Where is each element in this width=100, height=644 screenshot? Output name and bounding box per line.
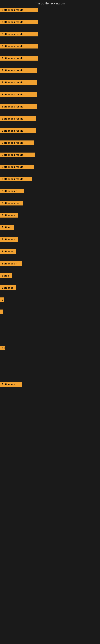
bottleneck-row-18: Bottleneck <box>0 212 100 224</box>
bottleneck-row-5: Bottleneck result <box>0 55 100 67</box>
bottleneck-badge-5[interactable]: Bottleneck result <box>0 56 38 60</box>
bottleneck-row-2: Bottleneck result <box>0 19 100 31</box>
bottleneck-row-34 <box>0 405 100 418</box>
bottleneck-row-4: Bottleneck result <box>0 43 100 55</box>
bottleneck-badge-9[interactable]: Bottleneck result <box>0 104 37 109</box>
bottleneck-badge-8[interactable]: Bottleneck result <box>0 92 37 97</box>
bottleneck-row-9: Bottleneck result <box>0 104 100 116</box>
bottleneck-row-17: Bottleneck res <box>0 200 100 212</box>
bottleneck-badge-2[interactable]: Bottleneck result <box>0 20 38 24</box>
bottleneck-row-24: Bottlenec <box>0 284 100 297</box>
bottleneck-row-20: Bottleneck <box>0 236 100 248</box>
bottleneck-row-14: Bottleneck result <box>0 164 100 176</box>
bottleneck-badge-17[interactable]: Bottleneck res <box>0 201 23 206</box>
bottleneck-badge-12[interactable]: Bottleneck result <box>0 140 34 145</box>
bottleneck-row-16: Bottleneck r <box>0 188 100 200</box>
bottleneck-row-22: Bottleneck r <box>0 260 100 272</box>
bottleneck-badge-18[interactable]: Bottleneck <box>0 213 18 218</box>
bottleneck-row-10: Bottleneck result <box>0 116 100 128</box>
bottleneck-badge-10[interactable]: Bottleneck result <box>0 116 36 121</box>
bottleneck-row-26: | <box>0 309 100 321</box>
bottleneck-row-3: Bottleneck result <box>0 31 100 43</box>
bottleneck-row-15: Bottleneck result <box>0 176 100 188</box>
bottleneck-row-8: Bottleneck result <box>0 91 100 104</box>
bottleneck-badge-23[interactable]: Bottle <box>0 273 12 278</box>
bottleneck-badge-16[interactable]: Bottleneck r <box>0 189 24 194</box>
rows-container: Bottleneck resultBottleneck resultBottle… <box>0 7 100 418</box>
bottleneck-row-19: Bottlen <box>0 224 100 236</box>
bottleneck-badge-29[interactable]: Bo <box>0 346 5 350</box>
bottleneck-row-33 <box>0 393 100 405</box>
bottleneck-row-13: Bottleneck result <box>0 152 100 164</box>
site-title: TheBottlenecker.com <box>35 0 65 7</box>
bottleneck-badge-1[interactable]: Bottleneck result <box>0 8 38 12</box>
bottleneck-badge-21[interactable]: Bottlenec <box>0 249 16 254</box>
bottleneck-badge-14[interactable]: Bottleneck result <box>0 164 34 169</box>
bottleneck-row-1: Bottleneck result <box>0 7 100 19</box>
bottleneck-badge-13[interactable]: Bottleneck result <box>0 152 35 157</box>
bottleneck-badge-32[interactable]: Bottleneck r <box>0 382 22 386</box>
bottleneck-row-11: Bottleneck result <box>0 128 100 140</box>
bottleneck-badge-6[interactable]: Bottleneck result <box>0 68 37 73</box>
bottleneck-row-6: Bottleneck result <box>0 67 100 79</box>
bottleneck-row-7: Bottleneck result <box>0 79 100 91</box>
bottleneck-row-23: Bottle <box>0 272 100 284</box>
bottleneck-row-30 <box>0 357 100 369</box>
bottleneck-row-31 <box>0 369 100 381</box>
bottleneck-badge-26[interactable]: | <box>0 310 3 314</box>
bottleneck-badge-24[interactable]: Bottlenec <box>0 285 16 290</box>
bottleneck-badge-4[interactable]: Bottleneck result <box>0 44 38 48</box>
bottleneck-badge-11[interactable]: Bottleneck result <box>0 128 36 133</box>
bottleneck-badge-7[interactable]: Bottleneck result <box>0 80 37 85</box>
bottleneck-badge-22[interactable]: Bottleneck r <box>0 261 22 266</box>
bottleneck-row-28 <box>0 333 100 345</box>
bottleneck-badge-25[interactable]: B <box>0 298 3 302</box>
bottleneck-row-32: Bottleneck r <box>0 381 100 393</box>
bottleneck-row-27 <box>0 321 100 333</box>
bottleneck-row-12: Bottleneck result <box>0 140 100 152</box>
bottleneck-badge-15[interactable]: Bottleneck result <box>0 177 32 181</box>
bottleneck-badge-20[interactable]: Bottleneck <box>0 237 18 242</box>
bottleneck-row-25: B <box>0 297 100 309</box>
bottleneck-row-21: Bottlenec <box>0 248 100 260</box>
bottleneck-row-29: Bo <box>0 345 100 357</box>
bottleneck-badge-19[interactable]: Bottlen <box>0 225 14 230</box>
bottleneck-badge-3[interactable]: Bottleneck result <box>0 32 38 36</box>
site-title-container: TheBottlenecker.com <box>0 0 100 7</box>
